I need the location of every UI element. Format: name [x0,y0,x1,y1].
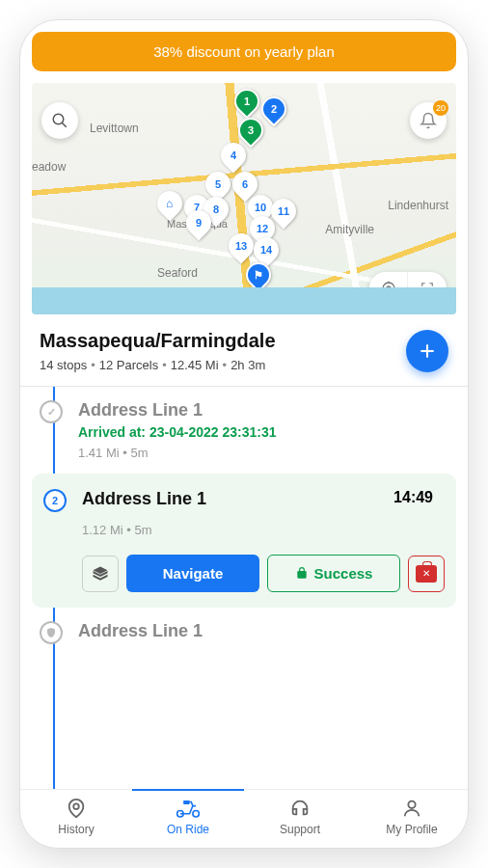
google-logo: Google [40,291,83,307]
map[interactable]: Levittown eadow Lindenhurst Amityville S… [32,83,456,314]
map-label: Seaford [157,266,198,280]
promo-banner[interactable]: 38% discount on yearly plan [32,32,456,71]
map-pin[interactable]: 2 [257,92,292,127]
success-button[interactable]: Success [267,555,400,592]
stop-item[interactable]: Address Line 1 Arrived at: 23-04-2022 23… [20,387,468,474]
navigate-button[interactable]: Navigate [126,555,259,592]
map-controls [369,272,447,305]
history-icon [20,798,132,821]
tab-on-ride[interactable]: On Ride [132,789,244,836]
stop-actions: Navigate Success ✕ [82,555,445,592]
svg-line-1 [62,122,67,127]
svg-point-0 [53,114,64,124]
add-stop-button[interactable] [406,330,448,372]
stop-marker-number: 2 [43,489,67,512]
stop-marker-shield [40,621,63,644]
search-icon [51,112,68,129]
svg-point-15 [408,801,415,808]
map-label: Lindenhurst [388,199,448,212]
fullscreen-button[interactable] [408,272,447,305]
fail-button[interactable]: ✕ [408,556,445,592]
stop-distance: 1.41 Mi • 5m [78,446,448,460]
map-label: eadow [32,160,66,174]
stop-item-active[interactable]: 2 Address Line 1 1.12 Mi • 5m Navigate S… [32,474,456,608]
svg-point-11 [73,803,79,809]
svg-rect-10 [297,571,306,579]
shield-icon [45,627,57,638]
tab-history[interactable]: History [20,798,132,836]
map-attribution: powered by Google [203,296,286,307]
svg-rect-14 [183,800,190,804]
stop-eta: 14:49 [393,489,433,506]
stop-arrived-at: Arrived at: 23-04-2022 23:31:31 [78,424,448,440]
scooter-icon [132,798,244,821]
svg-point-2 [387,286,391,290]
layers-button[interactable] [82,556,119,592]
notifications-button[interactable]: 20 [410,102,447,139]
stop-marker-done [40,400,63,423]
plus-icon [418,341,437,361]
recenter-button[interactable] [369,272,408,305]
stops-list[interactable]: Address Line 1 Arrived at: 23-04-2022 23… [20,387,468,789]
layers-icon [92,565,109,583]
route-header: Massapequa/Farmingdale 14 stops•12 Parce… [20,314,468,387]
stop-item[interactable]: Address Line 1 [20,608,468,658]
map-label: Amityville [325,223,374,236]
fail-icon: ✕ [416,565,437,583]
headset-icon [244,798,356,821]
tab-profile[interactable]: My Profile [356,798,468,836]
notification-badge: 20 [433,100,448,116]
route-title: Massapequa/Farmingdale [40,330,276,352]
crosshair-icon [381,281,396,296]
app-screen: 38% discount on yearly plan Levittown ea… [19,19,469,849]
stop-title: Address Line 1 [82,489,445,509]
stop-distance: 1.12 Mi • 5m [82,523,445,537]
map-search-button[interactable] [41,102,78,139]
route-meta: 14 stops•12 Parcels•12.45 Mi•2h 3m [40,358,276,372]
map-pin[interactable]: 1 [230,84,265,120]
bell-icon [420,112,437,129]
stop-title: Address Line 1 [78,400,448,420]
bottom-tabbar: History On Ride Support My Profile [20,789,468,848]
svg-point-3 [383,283,394,294]
stop-title: Address Line 1 [78,621,448,641]
package-icon [295,567,309,581]
fullscreen-icon [420,282,434,295]
profile-icon [356,798,468,821]
map-label: Levittown [90,122,139,135]
svg-point-13 [193,810,200,817]
map-home-pin[interactable]: ⌂ [152,186,188,222]
tab-support[interactable]: Support [244,798,356,836]
